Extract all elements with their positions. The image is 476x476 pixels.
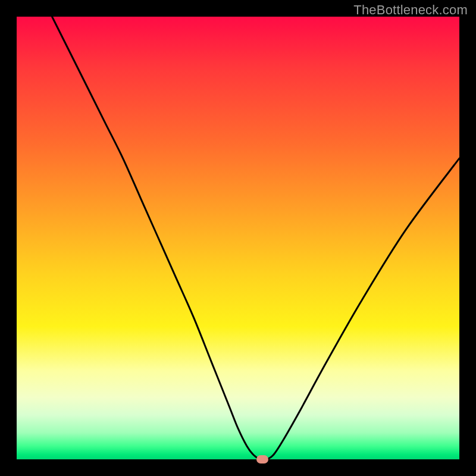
bottleneck-curve — [17, 17, 459, 459]
chart-frame: TheBottleneck.com — [0, 0, 476, 476]
plot-area — [17, 17, 459, 459]
attribution-text: TheBottleneck.com — [353, 2, 468, 18]
optimal-marker — [256, 455, 268, 464]
